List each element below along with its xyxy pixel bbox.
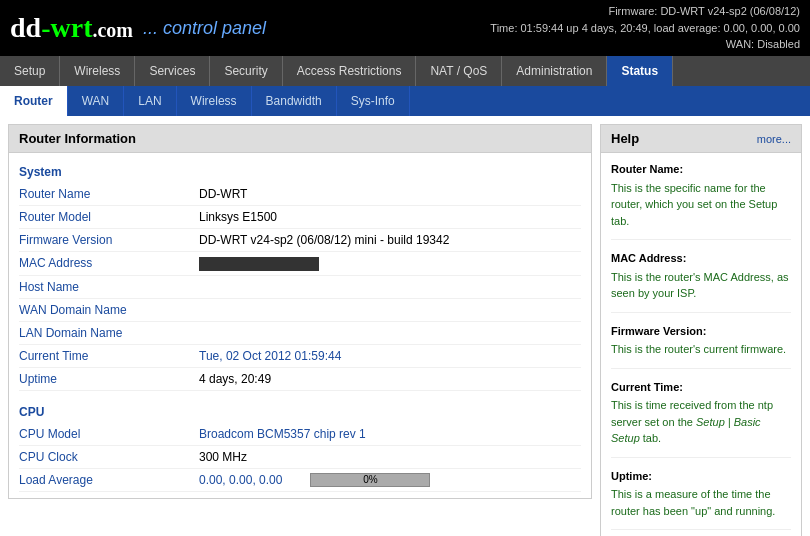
table-row: Host Name	[19, 276, 581, 299]
cpu-model-label: CPU Model	[19, 427, 199, 441]
router-name-value: DD-WRT	[199, 187, 247, 201]
table-row: Router Name DD-WRT	[19, 183, 581, 206]
wan-line: WAN: Disabled	[490, 36, 800, 53]
nav1-tab-services[interactable]: Services	[135, 56, 210, 86]
load-progress-bar: 0%	[310, 473, 430, 487]
load-progress-label: 0%	[311, 474, 429, 486]
table-row: Current Time Tue, 02 Oct 2012 01:59:44	[19, 345, 581, 368]
help-section-title: Firmware Version:	[611, 323, 791, 340]
table-row: WAN Domain Name	[19, 299, 581, 322]
table-row: Router Model Linksys E1500	[19, 206, 581, 229]
right-panel: Help more... Router Name: This is the sp…	[600, 116, 810, 536]
wan-domain-label: WAN Domain Name	[19, 303, 199, 317]
table-row: LAN Domain Name	[19, 322, 581, 345]
cpu-clock-value: 300 MHz	[199, 450, 247, 464]
main-content: Router Information System Router Name DD…	[0, 116, 810, 536]
help-section-text: This is a measure of the time the router…	[611, 486, 791, 519]
hostname-label: Host Name	[19, 280, 199, 294]
help-section-uptime: Uptime: This is a measure of the time th…	[611, 468, 791, 531]
uptime-value: 4 days, 20:49	[199, 372, 271, 386]
nav2-tab-wan[interactable]: WAN	[68, 86, 125, 116]
help-section-text: This is the router's current firmware.	[611, 341, 791, 358]
help-more-link[interactable]: more...	[757, 133, 791, 145]
table-row: Load Average 0.00, 0.00, 0.00 0%	[19, 469, 581, 492]
firmware-value: DD-WRT v24-sp2 (06/08/12) mini - build 1…	[199, 233, 449, 247]
left-panel: Router Information System Router Name DD…	[0, 116, 600, 536]
section-title: Router Information	[9, 125, 591, 153]
nav1-tab-administration[interactable]: Administration	[502, 56, 607, 86]
nav2-tab-router[interactable]: Router	[0, 86, 68, 116]
uptime-line: Time: 01:59:44 up 4 days, 20:49, load av…	[490, 20, 800, 37]
cpu-model-value: Broadcom BCM5357 chip rev 1	[199, 427, 366, 441]
mac-value	[199, 256, 319, 271]
table-row: CPU Clock 300 MHz	[19, 446, 581, 469]
load-progress-wrap: 0%	[310, 473, 430, 487]
header-info: Firmware: DD-WRT v24-sp2 (06/08/12) Time…	[490, 3, 800, 53]
help-body: Router Name: This is the specific name f…	[601, 153, 801, 536]
table-row: MAC Address	[19, 252, 581, 276]
cpu-label: CPU	[19, 399, 581, 423]
system-label: System	[19, 159, 581, 183]
help-section-firmware: Firmware Version: This is the router's c…	[611, 323, 791, 369]
logo: dd-wrt.com	[10, 12, 133, 44]
nav2-tab-bandwidth[interactable]: Bandwidth	[252, 86, 337, 116]
nav1-tab-security[interactable]: Security	[210, 56, 282, 86]
help-section-text: This is the specific name for the router…	[611, 180, 791, 230]
nav2-tab-sysinfo[interactable]: Sys-Info	[337, 86, 410, 116]
mac-redacted	[199, 257, 319, 271]
router-model-label: Router Model	[19, 210, 199, 224]
firmware-line: Firmware: DD-WRT v24-sp2 (06/08/12)	[490, 3, 800, 20]
help-section-router-name: Router Name: This is the specific name f…	[611, 161, 791, 240]
table-row: Uptime 4 days, 20:49	[19, 368, 581, 391]
logo-area: dd-wrt.com ... control panel	[10, 12, 266, 44]
section-body: System Router Name DD-WRT Router Model L…	[9, 153, 591, 498]
nav1-tab-setup[interactable]: Setup	[0, 56, 60, 86]
router-info-card: Router Information System Router Name DD…	[8, 124, 592, 499]
logo-wrt: wrt	[50, 12, 92, 43]
router-model-value: Linksys E1500	[199, 210, 277, 224]
nav2-tab-wireless[interactable]: Wireless	[177, 86, 252, 116]
help-section-title: MAC Address:	[611, 250, 791, 267]
firmware-label: Firmware Version	[19, 233, 199, 247]
help-section-text: This is the router's MAC Address, as see…	[611, 269, 791, 302]
nav1: Setup Wireless Services Security Access …	[0, 56, 810, 86]
help-section-title: Uptime:	[611, 468, 791, 485]
nav2: Router WAN LAN Wireless Bandwidth Sys-In…	[0, 86, 810, 116]
nav1-tab-wireless[interactable]: Wireless	[60, 56, 135, 86]
router-name-label: Router Name	[19, 187, 199, 201]
help-section-text: This is time received from the ntp serve…	[611, 397, 791, 447]
nav1-tab-status[interactable]: Status	[607, 56, 673, 86]
nav2-tab-lan[interactable]: LAN	[124, 86, 176, 116]
current-time-label: Current Time	[19, 349, 199, 363]
logo-dd: dd	[10, 12, 41, 43]
help-section-title: Current Time:	[611, 379, 791, 396]
cpu-clock-label: CPU Clock	[19, 450, 199, 464]
help-card: Help more... Router Name: This is the sp…	[600, 124, 802, 536]
load-average-value: 0.00, 0.00, 0.00	[199, 473, 282, 487]
nav1-tab-access-restrictions[interactable]: Access Restrictions	[283, 56, 417, 86]
uptime-label: Uptime	[19, 372, 199, 386]
header: dd-wrt.com ... control panel Firmware: D…	[0, 0, 810, 56]
help-title: Help	[611, 131, 639, 146]
table-row: Firmware Version DD-WRT v24-sp2 (06/08/1…	[19, 229, 581, 252]
table-row: CPU Model Broadcom BCM5357 chip rev 1	[19, 423, 581, 446]
help-section-current-time: Current Time: This is time received from…	[611, 379, 791, 458]
help-header: Help more...	[601, 125, 801, 153]
lan-domain-label: LAN Domain Name	[19, 326, 199, 340]
help-section-mac: MAC Address: This is the router's MAC Ad…	[611, 250, 791, 313]
help-section-title: Router Name:	[611, 161, 791, 178]
nav1-tab-nat-qos[interactable]: NAT / QoS	[416, 56, 502, 86]
control-panel-label: ... control panel	[143, 18, 266, 39]
mac-label: MAC Address	[19, 256, 199, 270]
load-average-label: Load Average	[19, 473, 199, 487]
current-time-value: Tue, 02 Oct 2012 01:59:44	[199, 349, 341, 363]
logo-com: .com	[92, 19, 133, 41]
